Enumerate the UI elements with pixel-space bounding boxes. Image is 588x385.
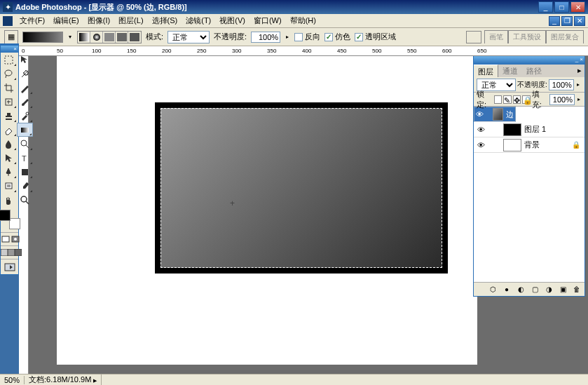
toolbox-header[interactable]: × <box>1 46 18 53</box>
menu-layer[interactable]: 图层(L) <box>114 14 147 27</box>
lock-image-button[interactable]: ✎ <box>503 95 511 104</box>
lasso-tool[interactable] <box>1 67 17 81</box>
visibility-toggle[interactable]: 👁 <box>474 126 488 134</box>
menu-filter[interactable]: 滤镜(T) <box>182 14 215 27</box>
notes-tool[interactable] <box>1 179 17 193</box>
menu-image[interactable]: 图像(I) <box>83 14 114 27</box>
layer-thumbnail[interactable] <box>503 123 521 136</box>
visibility-toggle[interactable]: 👁 <box>474 141 488 149</box>
tab-channels[interactable]: 通道 <box>498 65 522 77</box>
eyedropper-tool[interactable] <box>17 179 33 193</box>
marquee-tool[interactable] <box>1 53 17 67</box>
pen-tool[interactable] <box>1 165 17 179</box>
layer-row[interactable]: 👁 图层 1 <box>474 122 584 137</box>
hand-tool[interactable] <box>1 193 17 207</box>
delete-layer-button[interactable]: 🗑 <box>572 285 582 295</box>
menu-help[interactable]: 帮助(H) <box>286 14 320 27</box>
toolbox: × T <box>0 43 19 275</box>
type-tool[interactable]: T <box>17 151 33 165</box>
angle-gradient-button[interactable] <box>103 32 116 43</box>
minimize-button[interactable]: _ <box>538 1 553 13</box>
link-layers-button[interactable]: ⬡ <box>488 285 498 295</box>
opacity-arrow-icon[interactable]: ▸ <box>285 34 290 40</box>
radial-gradient-button[interactable] <box>90 32 103 43</box>
layer-style-button[interactable]: ● <box>502 285 512 295</box>
zoom-level[interactable]: 50% <box>0 376 25 384</box>
svg-rect-13 <box>6 183 12 189</box>
panel-menu-icon[interactable]: ▸ <box>575 65 584 77</box>
shape-tool[interactable] <box>17 165 33 179</box>
layer-thumbnail[interactable] <box>493 108 503 121</box>
diamond-gradient-button[interactable] <box>128 32 141 43</box>
layers-panel-header[interactable]: _ × <box>474 56 584 65</box>
lock-transparency-button[interactable] <box>494 95 502 104</box>
foreground-color[interactable] <box>0 210 11 221</box>
menu-app-icon <box>3 16 13 26</box>
doc-close-button[interactable]: ✕ <box>574 16 585 26</box>
canvas[interactable]: + <box>57 56 477 365</box>
gradient-preview[interactable] <box>22 32 63 43</box>
path-select-tool[interactable] <box>1 151 17 165</box>
blend-mode-select[interactable]: 正常 <box>167 31 210 43</box>
menu-select[interactable]: 选择(S) <box>148 14 182 27</box>
visibility-toggle[interactable]: 👁 <box>476 110 484 119</box>
menu-edit[interactable]: 编辑(E) <box>49 14 83 27</box>
doc-minimize-button[interactable]: _ <box>549 16 560 26</box>
brush-tool[interactable] <box>17 95 33 109</box>
preset-tab-layercomp[interactable]: 图层复合 <box>546 30 584 43</box>
screen-full-menu-button[interactable] <box>8 246 15 259</box>
background-color[interactable] <box>9 218 20 229</box>
jump-to-button[interactable] <box>1 259 18 274</box>
tab-paths[interactable]: 路径 <box>522 65 546 77</box>
screen-full-button[interactable] <box>15 246 22 259</box>
wand-tool[interactable] <box>17 67 33 81</box>
new-layer-button[interactable]: ▣ <box>558 285 568 295</box>
layer-opacity-input[interactable] <box>549 79 574 90</box>
dither-checkbox[interactable]: 仿色 <box>324 32 350 42</box>
blur-tool[interactable] <box>1 137 17 151</box>
quickmask-mode-button[interactable] <box>11 233 20 245</box>
lock-all-button[interactable]: 🔒 <box>522 95 531 104</box>
layer-thumbnail[interactable] <box>503 139 521 151</box>
palette-toggle-button[interactable] <box>466 31 481 43</box>
new-set-button[interactable]: ▢ <box>530 285 540 295</box>
history-brush-tool[interactable] <box>17 109 33 123</box>
tool-preset-icon[interactable]: ▦ <box>4 30 18 44</box>
preset-tab-brushes[interactable]: 画笔 <box>484 30 508 43</box>
doc-restore-button[interactable]: ❐ <box>561 16 573 26</box>
standard-mode-button[interactable] <box>1 233 11 245</box>
lock-position-button[interactable]: ✥ <box>513 95 521 104</box>
screen-standard-button[interactable] <box>1 246 8 259</box>
maximize-button[interactable]: □ <box>554 1 569 13</box>
eraser-tool[interactable] <box>1 123 17 137</box>
tab-layers[interactable]: 图层 <box>474 65 498 77</box>
gradient-arrow-icon[interactable]: ▾ <box>67 34 73 40</box>
healing-tool[interactable] <box>1 95 17 109</box>
color-swatches[interactable] <box>0 210 20 229</box>
linear-gradient-button[interactable] <box>78 32 90 43</box>
layer-row[interactable]: 👁 背景 🔒 <box>474 137 584 153</box>
opacity-input[interactable] <box>251 32 280 43</box>
dodge-tool[interactable] <box>17 137 33 151</box>
close-button[interactable]: ✕ <box>570 1 585 13</box>
transparency-checkbox[interactable]: 透明区域 <box>355 32 396 42</box>
zoom-tool[interactable] <box>17 193 33 207</box>
layer-mask-button[interactable]: ◐ <box>516 285 526 295</box>
layer-fill-input[interactable] <box>549 94 575 105</box>
menu-view[interactable]: 视图(V) <box>215 14 249 27</box>
preset-tab-tools[interactable]: 工具预设 <box>508 30 546 43</box>
stamp-tool[interactable] <box>1 109 17 123</box>
fill-label: 填充: <box>532 89 548 110</box>
menu-window[interactable]: 窗口(W) <box>249 14 286 27</box>
gradient-tool[interactable] <box>17 123 33 137</box>
adjustment-layer-button[interactable]: ◑ <box>544 285 554 295</box>
reverse-checkbox[interactable]: 反向 <box>294 32 320 42</box>
layer-opacity-label: 不透明度: <box>517 80 547 90</box>
move-tool[interactable] <box>17 53 33 67</box>
svg-rect-20 <box>15 249 22 256</box>
crop-tool[interactable] <box>1 81 17 95</box>
menu-file[interactable]: 文件(F) <box>15 14 49 27</box>
doc-size[interactable]: 文档:6.18M/10.9M▶ <box>25 374 102 385</box>
reflected-gradient-button[interactable] <box>116 32 128 43</box>
slice-tool[interactable] <box>17 81 33 95</box>
